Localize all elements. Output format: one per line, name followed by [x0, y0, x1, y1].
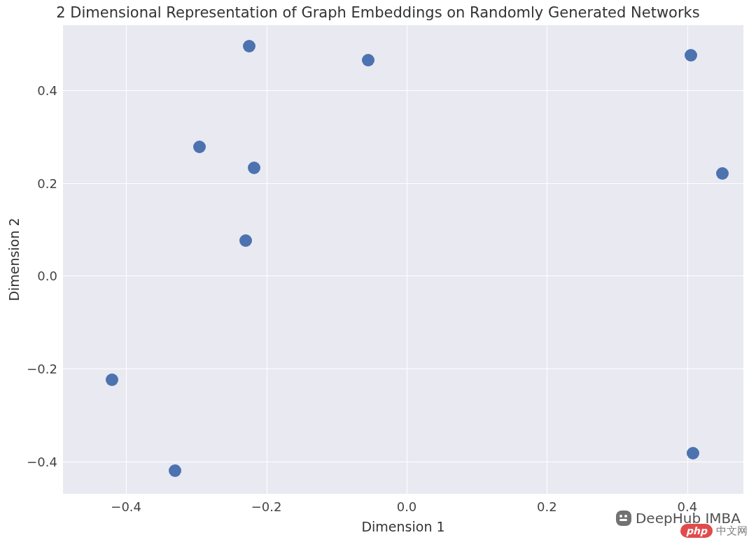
- scatter-point: [685, 49, 697, 62]
- x-tick-label: 0.2: [537, 499, 557, 514]
- x-tick-label: 0.0: [397, 499, 417, 514]
- gridline-vertical: [407, 25, 407, 494]
- x-tick-label: −0.4: [111, 499, 141, 514]
- y-tick-label: 0.4: [37, 83, 57, 97]
- y-axis-label-text: Dimension 2: [6, 217, 22, 301]
- y-tick-label: −0.4: [27, 454, 57, 469]
- scatter-point: [716, 167, 729, 180]
- gridline-horizontal: [63, 183, 743, 184]
- gridline-horizontal: [63, 462, 743, 462]
- scatter-point: [243, 40, 255, 52]
- y-tick-label: 0.2: [37, 176, 57, 190]
- gridline-vertical: [126, 25, 127, 494]
- php-badge: php: [680, 524, 713, 538]
- gridline-vertical: [687, 25, 688, 494]
- scatter-point: [362, 54, 374, 66]
- x-tick-label: 0.4: [678, 499, 698, 514]
- scatter-point: [239, 234, 252, 247]
- gridline-horizontal: [63, 369, 743, 369]
- scatter-point: [687, 447, 699, 459]
- y-tick-label: 0.0: [37, 269, 57, 283]
- scatter-point: [169, 464, 181, 477]
- watermark-suffix: 中文网: [716, 525, 748, 538]
- gridline-horizontal: [63, 276, 743, 276]
- gridline-horizontal: [63, 90, 743, 91]
- scatter-point: [193, 141, 206, 153]
- scatter-point: [248, 162, 260, 174]
- y-axis-label: Dimension 2: [7, 25, 21, 494]
- gridline-vertical: [547, 25, 547, 494]
- plot-area: [63, 25, 743, 494]
- chart-container: 2 Dimensional Representation of Graph Em…: [0, 0, 756, 542]
- scatter-point: [106, 373, 118, 386]
- y-tick-label: −0.2: [27, 361, 57, 376]
- chart-title: 2 Dimensional Representation of Graph Em…: [0, 4, 756, 21]
- x-tick-label: −0.2: [251, 499, 282, 514]
- gridline-vertical: [267, 25, 267, 494]
- chat-icon: [616, 511, 631, 526]
